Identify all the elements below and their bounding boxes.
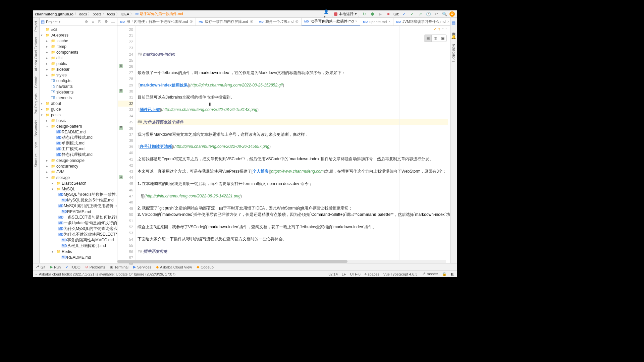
tree-twistie[interactable]: ▸	[41, 102, 44, 105]
tree-item[interactable]: MDREADME.md	[40, 129, 117, 135]
tree-item[interactable]: ▾📁.vuepress	[40, 32, 117, 38]
gutter-line[interactable]: 51	[118, 218, 133, 224]
code-line[interactable]	[138, 218, 448, 224]
image-gutter-icon[interactable]: 🖼	[119, 89, 123, 93]
code-line[interactable]	[138, 101, 448, 107]
code-line[interactable]	[138, 45, 448, 51]
tree-twistie[interactable]: ▾	[46, 176, 50, 179]
tree-item[interactable]: MD动态代理模式.md	[40, 135, 117, 140]
breadcrumb-item[interactable]: tools	[107, 12, 115, 16]
preview-only-view[interactable]: ▣	[439, 35, 446, 42]
tool-todo[interactable]: ✔TODO	[65, 265, 80, 269]
tree-item[interactable]: TSconfig.ts	[40, 78, 117, 83]
code-line[interactable]	[138, 150, 448, 156]
run-config-selector[interactable]: 本地运行 ▾	[332, 11, 359, 17]
notifications-icon[interactable]: 🔔	[451, 35, 456, 39]
tree-item[interactable]: ▸📁concurrency	[40, 163, 117, 169]
gutter-line[interactable]: 32	[118, 101, 133, 107]
warning-count[interactable]: 7	[438, 27, 440, 32]
gutter-line[interactable]: 29	[118, 82, 133, 88]
close-icon[interactable]: ×	[447, 20, 449, 23]
rail-commit[interactable]: Commit	[34, 76, 38, 88]
tree-item[interactable]: ▸📁JVM	[40, 169, 117, 175]
tree-item[interactable]: ▾📁design-pattern	[40, 123, 117, 129]
code-line[interactable]	[138, 76, 448, 82]
tree-item[interactable]: ▸📁about	[40, 101, 117, 106]
line-gutter[interactable]: 20212223242526🖼27282930🖼313233343536🖼373…	[117, 26, 136, 263]
gutter-line[interactable]: 24	[118, 51, 133, 57]
encoding[interactable]: UTF-8	[350, 272, 361, 276]
close-icon[interactable]: ×	[355, 19, 357, 23]
tree-twistie[interactable]: ▸	[46, 68, 50, 71]
tree-twistie[interactable]: ▾	[52, 187, 55, 191]
gutter-line[interactable]: 48	[118, 199, 133, 205]
code-line[interactable]: 最近做了一个Jetbrains的插件，叫`markdown-index`，它的作…	[138, 70, 448, 76]
prev-highlight-icon[interactable]: ˆ	[442, 27, 444, 32]
tree-twistie[interactable]: ▾	[52, 250, 55, 253]
project-label[interactable]: Project	[46, 20, 57, 24]
tree-twistie[interactable]: ▸	[46, 159, 50, 162]
code-line[interactable]	[138, 125, 448, 131]
gutter-line[interactable]: 30🖼	[118, 88, 133, 94]
tree-item[interactable]: TStheme.ts	[40, 95, 117, 101]
settings-icon[interactable]: ⚙	[104, 19, 109, 24]
tree-item[interactable]: MDREADME.md	[40, 254, 117, 260]
editor-tab[interactable]: MDJVM到底该学习些什么.md×	[393, 18, 450, 25]
tree-item[interactable]: MD从根儿上理解索引.md	[40, 243, 117, 249]
tree-item[interactable]: ▾📁posts	[40, 112, 117, 118]
code-line[interactable]	[138, 57, 448, 63]
tree-twistie[interactable]: ▸	[52, 182, 55, 185]
gutter-line[interactable]: 56	[118, 249, 133, 255]
tree-item[interactable]: MD事务的隔离性与MVCC.md	[40, 237, 117, 243]
next-highlight-icon[interactable]: ˇ	[445, 27, 447, 32]
tree-twistie[interactable]: ▸	[46, 62, 50, 65]
hide-panel-icon[interactable]: —	[110, 19, 116, 24]
gutter-line[interactable]: 34	[118, 113, 133, 119]
code-line[interactable]: 我习惯用Markdown写完文章之后给文章标题添加上序号，这样读者阅读起来会更清…	[138, 131, 448, 137]
gutter-line[interactable]: 41	[118, 156, 133, 162]
code-line[interactable]: ![序号让阅读更清晰](http://qiniu.chanmufeng.com/…	[138, 143, 448, 149]
gutter-line[interactable]: 36🖼	[118, 125, 133, 131]
tree-item[interactable]: ▾📁MySQL	[40, 186, 117, 192]
tree-item[interactable]: MD一条Update语句是如何执行的.md	[40, 220, 117, 226]
gutter-line[interactable]: 45	[118, 181, 133, 187]
code-line[interactable]: ![markdown-index使用效果](http://qiniu.chanm…	[138, 82, 448, 88]
code-line[interactable]: 综合上面3点原因，我参考了VSCode的`markdown-index`插件，查…	[138, 224, 448, 230]
status-message[interactable]: Alibaba cloud toolkit 2022.7.1-221 is av…	[39, 272, 324, 276]
gutter-line[interactable]: 46	[118, 187, 133, 193]
tree-item[interactable]: ▸📁styles	[40, 72, 117, 78]
memory-indicator-icon[interactable]: ◧	[451, 272, 454, 276]
code-line[interactable]	[138, 230, 448, 236]
code-line[interactable]: ## markdown-index	[138, 51, 448, 57]
tree-item[interactable]: ▸📁ElasticSearch	[40, 180, 117, 186]
git-branch[interactable]: ⎇ master	[421, 272, 438, 276]
gutter-line[interactable]: 40	[118, 150, 133, 156]
search-icon[interactable]: 🔍	[441, 11, 447, 17]
tree-twistie[interactable]: ▸	[41, 108, 44, 111]
tree-item[interactable]: ▸📁guide	[40, 106, 117, 112]
code-line[interactable]	[138, 242, 448, 248]
editor-tab[interactable]: MD动手写你的第一款插件.md×	[302, 18, 360, 25]
gutter-line[interactable]: 43	[118, 168, 133, 174]
tool-problems[interactable]: ⊘Problems	[85, 265, 105, 269]
rail-alibaba[interactable]: Alibaba Cloud Explorer	[34, 37, 38, 71]
tree-item[interactable]: ▾📁storage	[40, 175, 117, 180]
gutter-line[interactable]: 28	[118, 76, 133, 82]
tree-twistie[interactable]: ▸	[46, 56, 50, 60]
gutter-line[interactable]: 27	[118, 70, 133, 76]
code-line[interactable]: 1. 在本地调试的时候我更喜欢一键启动，而不需要每次打开Terminal输入`n…	[138, 181, 448, 187]
rail-project[interactable]: Project	[34, 21, 38, 32]
code-line[interactable]	[138, 63, 448, 69]
tree-twistie[interactable]: ▾	[46, 125, 50, 128]
indent[interactable]: 4 spaces	[365, 272, 379, 276]
tree-item[interactable]: MD为什么不建议你使用SELECT*.md	[40, 232, 117, 237]
code-line[interactable]	[138, 162, 448, 168]
gutter-line[interactable]: 55	[118, 242, 133, 248]
tree-item[interactable]: 📁»cs	[40, 26, 117, 32]
tree-item[interactable]: ▸📁dist	[40, 55, 117, 61]
code-line[interactable]	[138, 174, 448, 180]
code-line[interactable]: ![插件已上架](http://qiniu.chanmufeng.com/202…	[138, 107, 448, 113]
tree-item[interactable]: ▸📁design-principle	[40, 158, 117, 163]
code-line[interactable]: ![](http://qiniu.chanmufeng.com/2022-08-…	[138, 193, 448, 199]
horizontal-scrollbar[interactable]	[117, 260, 446, 263]
